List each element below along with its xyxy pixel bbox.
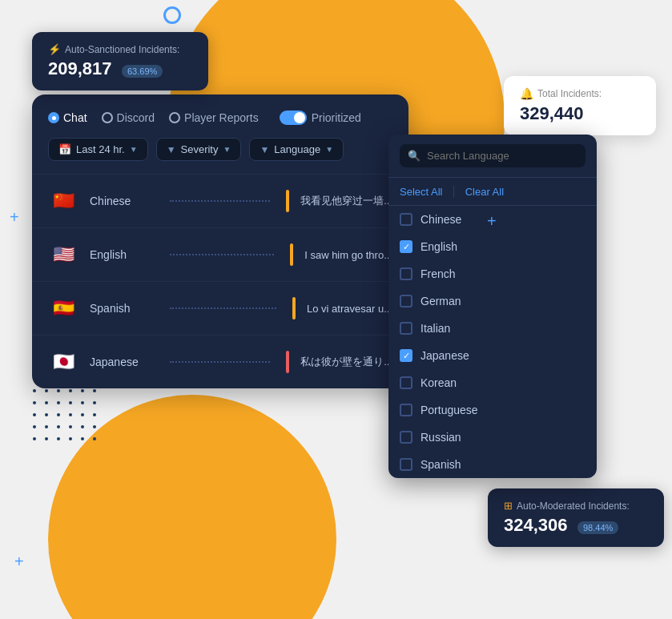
spanish-flag: 🇪🇸 [48, 293, 78, 324]
option-label-english: English [421, 240, 457, 253]
calendar-icon: 📅 [58, 143, 71, 155]
option-english[interactable]: English [388, 233, 597, 260]
option-label-german: German [421, 295, 461, 307]
auto-moderated-card: ⊞ Auto-Moderated Incidents: 324,306 98.4… [488, 488, 664, 547]
player-reports-radio [169, 112, 180, 123]
checkbox-korean[interactable] [400, 376, 412, 389]
severity-indicator [286, 190, 289, 212]
english-text: I saw him go thro... [304, 249, 392, 261]
dropdown-search-area: 🔍 [388, 135, 597, 178]
dotted-line [170, 254, 274, 255]
option-label-korean: Korean [421, 376, 457, 389]
spanish-name: Spanish [90, 302, 154, 315]
english-name: English [90, 248, 154, 261]
auto-sanctioned-title: ⚡ Auto-Sanctioned Incidents: [48, 43, 192, 55]
severity-filter-label: Severity [181, 143, 219, 155]
severity-filter-icon: ▼ [167, 144, 176, 155]
option-portuguese[interactable]: Portuguese [388, 396, 597, 424]
list-item[interactable]: 🇯🇵 Japanese 私は彼が壁を通り... [32, 335, 408, 388]
language-filter-btn[interactable]: ▼ Language ▼ [249, 138, 344, 161]
auto-moderated-title: ⊞ Auto-Moderated Incidents: [504, 500, 648, 512]
blue-circle-decoration [163, 6, 181, 24]
dotted-line [170, 200, 270, 202]
search-wrap: 🔍 [400, 144, 585, 167]
option-label-spanish: Spanish [421, 458, 461, 471]
chinese-text: 我看见他穿过一墙... [300, 194, 392, 208]
prioritized-toggle[interactable] [280, 111, 307, 125]
list-item[interactable]: 🇨🇳 Chinese 我看见他穿过一墙... [32, 174, 408, 227]
checkbox-spanish[interactable] [400, 458, 412, 471]
discord-label: Discord [117, 111, 155, 124]
option-label-italian: Italian [421, 322, 450, 335]
lightning-icon: ⚡ [48, 43, 61, 55]
select-all-link[interactable]: Select All [400, 186, 442, 198]
language-dropdown: 🔍 Select All | Clear All Chinese English… [388, 135, 597, 478]
option-label-russian: Russian [421, 431, 461, 444]
dotted-line [170, 307, 276, 309]
language-filter-label: Language [274, 143, 320, 155]
plus-icon-left: + [10, 208, 19, 227]
list-item[interactable]: 🇪🇸 Spanish Lo vi atravesar u... [32, 281, 408, 335]
option-label-japanese: Japanese [421, 349, 469, 362]
tab-row: Chat Discord Player Reports Prioritized [48, 111, 392, 125]
bell-icon: 🔔 [520, 87, 533, 100]
main-panel: Chat Discord Player Reports Prioritized … [32, 94, 408, 388]
tab-discord[interactable]: Discord [102, 111, 155, 124]
auto-sanctioned-badge: 63.69% [122, 65, 163, 78]
option-russian[interactable]: Russian [388, 424, 597, 451]
option-korean[interactable]: Korean [388, 369, 597, 396]
tab-player-reports[interactable]: Player Reports [169, 111, 259, 124]
date-filter-btn[interactable]: 📅 Last 24 hr. ▼ [48, 138, 148, 161]
option-italian[interactable]: Italian [388, 315, 597, 342]
japanese-name: Japanese [90, 356, 154, 368]
language-filter-icon: ▼ [260, 144, 269, 155]
option-spanish[interactable]: Spanish [388, 451, 597, 478]
language-chevron-icon: ▼ [325, 145, 333, 154]
plus-icon-dropdown: + [487, 212, 497, 231]
discord-radio [102, 112, 113, 123]
date-chevron-icon: ▼ [130, 145, 138, 154]
checkbox-german[interactable] [400, 295, 412, 307]
checkbox-japanese[interactable] [400, 349, 412, 362]
search-icon: 🔍 [408, 150, 421, 162]
prioritized-toggle-group[interactable]: Prioritized [280, 111, 361, 125]
language-search-input[interactable] [427, 150, 577, 162]
auto-moderated-number: 324,306 98.44% [504, 515, 648, 536]
severity-indicator [290, 243, 293, 266]
dropdown-actions: Select All | Clear All [388, 178, 597, 206]
option-label-portuguese: Portuguese [421, 404, 478, 416]
option-japanese[interactable]: Japanese [388, 342, 597, 369]
total-incidents-card: 🔔 Total Incidents: 329,440 [504, 76, 656, 135]
auto-moderated-badge: 98.44% [577, 521, 618, 534]
prioritized-label: Prioritized [312, 111, 361, 124]
option-french[interactable]: French [388, 260, 597, 287]
chat-radio [48, 112, 59, 123]
chinese-name: Chinese [90, 195, 154, 207]
severity-filter-btn[interactable]: ▼ Severity ▼ [156, 138, 242, 161]
list-item[interactable]: 🇺🇸 English I saw him go thro... [32, 227, 408, 281]
tab-chat[interactable]: Chat [48, 111, 87, 124]
spanish-text: Lo vi atravesar u... [307, 303, 392, 315]
language-list: 🇨🇳 Chinese 我看见他穿过一墙... 🇺🇸 English I saw … [32, 174, 408, 388]
filter-row: 📅 Last 24 hr. ▼ ▼ Severity ▼ ▼ Language … [48, 138, 392, 161]
severity-indicator [292, 297, 296, 320]
player-reports-label: Player Reports [184, 111, 259, 124]
total-incidents-number: 329,440 [520, 103, 640, 124]
checkbox-chinese[interactable] [400, 213, 412, 226]
option-german[interactable]: German [388, 287, 597, 315]
checkbox-english[interactable] [400, 240, 412, 253]
checkbox-russian[interactable] [400, 431, 412, 444]
auto-sanctioned-number: 209,817 63.69% [48, 58, 192, 79]
severity-indicator [286, 351, 289, 373]
grid-icon: ⊞ [504, 500, 513, 512]
english-flag: 🇺🇸 [48, 239, 78, 270]
japanese-flag: 🇯🇵 [48, 347, 78, 377]
checkbox-italian[interactable] [400, 322, 412, 335]
option-label-chinese: Chinese [421, 213, 461, 226]
clear-all-link[interactable]: Clear All [465, 186, 504, 198]
severity-chevron-icon: ▼ [223, 145, 231, 154]
option-label-french: French [421, 267, 456, 280]
plus-icon-bottom: + [14, 553, 24, 571]
checkbox-portuguese[interactable] [400, 404, 412, 416]
checkbox-french[interactable] [400, 267, 412, 280]
